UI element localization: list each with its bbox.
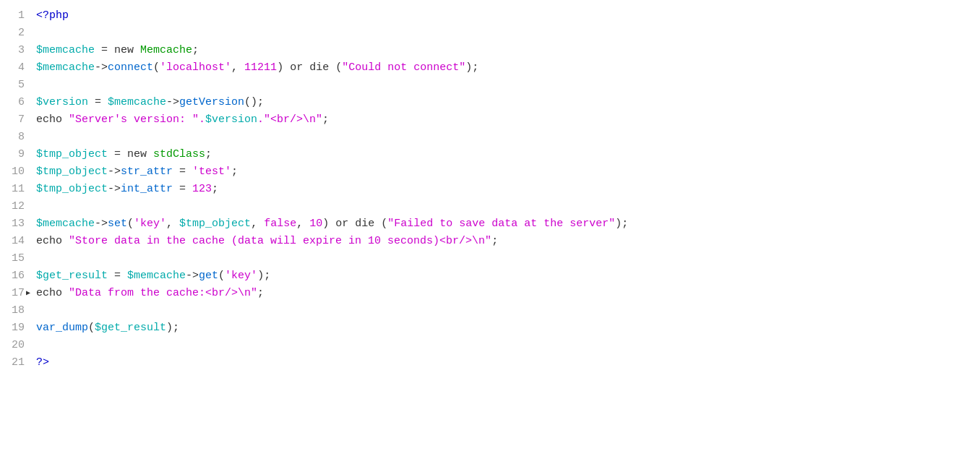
plain-token: = bbox=[173, 183, 192, 195]
str-literal-token: 'test' bbox=[192, 166, 231, 178]
line-number: 12 bbox=[7, 198, 25, 215]
str-literal-token: ."<br/>\n" bbox=[257, 113, 322, 126]
code-line: $tmp_object->int_attr = 123; bbox=[36, 181, 980, 198]
plain-token: ) bbox=[322, 218, 335, 230]
code-line bbox=[36, 250, 980, 267]
variable-token: $memcache bbox=[36, 61, 95, 74]
code-line bbox=[36, 25, 980, 42]
plain-token: , bbox=[166, 218, 179, 230]
code-line: $get_result = $memcache->get('key'); bbox=[36, 267, 980, 285]
line-number: 16 bbox=[7, 267, 25, 285]
plain-token: (); bbox=[244, 96, 264, 108]
code-line: $tmp_object->str_attr = 'test'; bbox=[36, 163, 980, 181]
func-name-token: get bbox=[199, 270, 218, 282]
plain-token: = new bbox=[95, 44, 140, 56]
str-literal-token: 'key' bbox=[225, 270, 257, 282]
plain-token: ( bbox=[153, 61, 160, 74]
property-token: int_attr bbox=[121, 183, 173, 195]
func-name-token: getVersion bbox=[179, 96, 244, 108]
line-number: 1 bbox=[7, 7, 25, 25]
str-literal-token: 'localhost' bbox=[160, 61, 231, 74]
line-number: 4 bbox=[7, 59, 25, 77]
plain-token: -> bbox=[166, 96, 179, 108]
plain-token: ); bbox=[257, 270, 270, 282]
line-number: 13 bbox=[7, 215, 25, 233]
code-line bbox=[36, 129, 980, 146]
line-numbers: 123456789101112131415161718192021 bbox=[0, 7, 36, 465]
code-line: $memcache->connect('localhost', 11211) o… bbox=[36, 59, 980, 77]
plain-token: ; bbox=[231, 166, 238, 178]
variable-token: $tmp_object bbox=[36, 148, 108, 160]
plain-token: ); bbox=[615, 218, 628, 230]
variable-token: $version bbox=[36, 96, 88, 108]
plain-token: ); bbox=[465, 61, 478, 74]
code-editor: 123456789101112131415161718192021 <?php … bbox=[0, 0, 980, 472]
plain-token: echo bbox=[36, 287, 69, 299]
plain-token: = new bbox=[108, 148, 153, 160]
variable-token: $memcache bbox=[127, 270, 186, 282]
plain-token: die ( bbox=[303, 61, 342, 74]
plain-token: , bbox=[296, 218, 309, 230]
code-content: <?php $memcache = new Memcache;$memcache… bbox=[36, 7, 980, 465]
variable-token: $version bbox=[205, 113, 257, 126]
plain-token: die ( bbox=[348, 218, 387, 230]
plain-token: -> bbox=[95, 218, 108, 230]
str-literal-token: "Failed to save data at the server" bbox=[387, 218, 615, 230]
code-line bbox=[36, 337, 980, 354]
line-number: 6 bbox=[7, 94, 25, 111]
line-number: 14 bbox=[7, 233, 25, 250]
plain-token: ( bbox=[127, 218, 134, 230]
bool-token: false bbox=[264, 218, 296, 230]
plain-token: ; bbox=[257, 287, 264, 299]
line-number: 8 bbox=[7, 129, 25, 146]
plain-token: -> bbox=[95, 61, 108, 74]
plain-token: ( bbox=[218, 270, 225, 282]
plain-token: echo bbox=[36, 235, 69, 247]
variable-token: $memcache bbox=[36, 44, 95, 56]
line-number: 11 bbox=[7, 181, 25, 198]
plain-token: ; bbox=[192, 44, 199, 56]
code-line: echo "Data from the cache:<br/>\n"; bbox=[36, 285, 980, 302]
code-line: $version = $memcache->getVersion(); bbox=[36, 94, 980, 111]
plain-token: ; bbox=[212, 183, 218, 195]
plain-token: ; bbox=[322, 113, 329, 126]
plain-token: = bbox=[108, 270, 127, 282]
plain-token: or bbox=[335, 218, 348, 230]
plain-token: ) bbox=[277, 61, 290, 74]
line-number: 17 bbox=[7, 285, 25, 302]
plain-token: -> bbox=[186, 270, 199, 282]
variable-token: $memcache bbox=[36, 218, 95, 230]
number-token: 11211 bbox=[244, 61, 277, 74]
str-literal-token: "Data from the cache:<br/>\n" bbox=[69, 287, 257, 299]
line-number: 7 bbox=[7, 111, 25, 129]
str-literal-token: 'key' bbox=[134, 218, 166, 230]
php-tag-token: <?php bbox=[36, 9, 69, 22]
line-number: 2 bbox=[7, 25, 25, 42]
variable-token: $memcache bbox=[108, 96, 166, 108]
plain-token: ; bbox=[205, 148, 212, 160]
line-number: 20 bbox=[7, 337, 25, 354]
code-line: $memcache->set('key', $tmp_object, false… bbox=[36, 215, 980, 233]
str-literal-token: "Could not connect" bbox=[342, 61, 465, 74]
line-number: 5 bbox=[7, 77, 25, 94]
plain-token: ); bbox=[166, 322, 179, 334]
plain-token: ; bbox=[491, 235, 498, 247]
line-number: 15 bbox=[7, 250, 25, 267]
php-tag-token: ?> bbox=[36, 356, 49, 369]
func-name-token: var_dump bbox=[36, 322, 88, 334]
func-name-token: connect bbox=[108, 61, 153, 74]
line-number: 18 bbox=[7, 302, 25, 319]
plain-token: -> bbox=[108, 166, 121, 178]
code-line: echo "Store data in the cache (data will… bbox=[36, 233, 980, 250]
variable-token: $get_result bbox=[95, 322, 166, 334]
code-line: <?php bbox=[36, 7, 980, 25]
code-line: $memcache = new Memcache; bbox=[36, 42, 980, 59]
class-name-token: stdClass bbox=[153, 148, 205, 160]
property-token: str_attr bbox=[121, 166, 173, 178]
plain-token: ( bbox=[88, 322, 95, 334]
func-name-token: set bbox=[108, 218, 127, 230]
variable-token: $tmp_object bbox=[179, 218, 251, 230]
line-number: 3 bbox=[7, 42, 25, 59]
plain-token: = bbox=[173, 166, 192, 178]
code-line: $tmp_object = new stdClass; bbox=[36, 146, 980, 163]
